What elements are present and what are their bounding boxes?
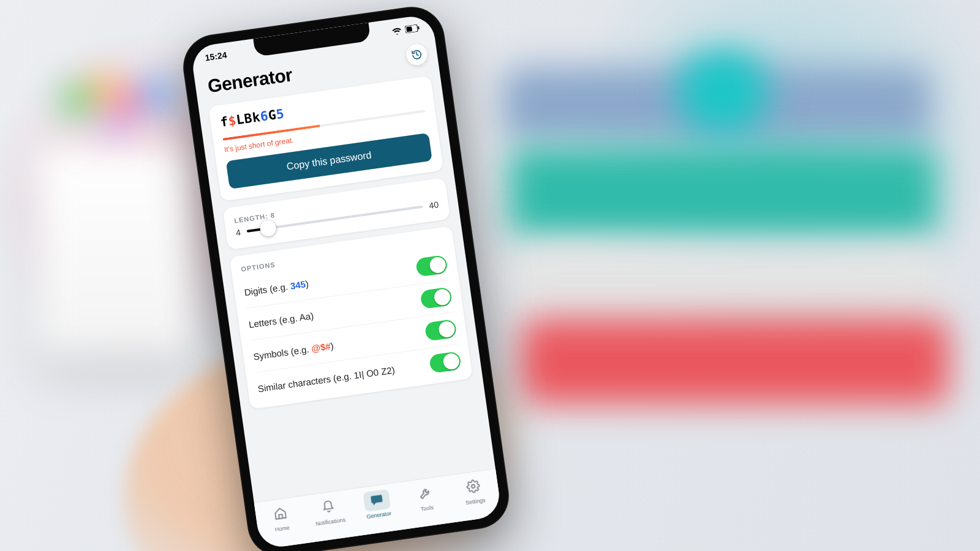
tab-label: Home xyxy=(274,525,290,533)
toggle-digits[interactable] xyxy=(415,255,448,277)
wrench-icon xyxy=(418,494,432,502)
status-time: 15:24 xyxy=(205,50,228,63)
chat-icon xyxy=(371,501,385,509)
length-max: 40 xyxy=(428,200,439,211)
tab-generator[interactable]: Generator xyxy=(356,488,399,520)
slider-thumb[interactable] xyxy=(259,219,277,237)
home-icon xyxy=(274,514,288,522)
toggle-symbols[interactable] xyxy=(424,319,458,342)
toggle-letters[interactable] xyxy=(420,287,453,309)
option-label: Symbols (e.g. @$#) xyxy=(252,340,334,361)
option-label: Digits (e.g. 345) xyxy=(244,278,309,298)
gear-icon xyxy=(467,487,481,495)
screen: 15:24 Generator f$LBk6G5 xyxy=(190,13,502,549)
length-min: 4 xyxy=(235,227,241,238)
toggle-similar[interactable] xyxy=(429,351,462,373)
option-label: Letters (e.g. Aa) xyxy=(248,310,314,330)
svg-rect-2 xyxy=(418,26,420,29)
option-label: Similar characters (e.g. 1I| O0 Z2) xyxy=(257,364,396,394)
tab-bar: HomeNotificationsGeneratorToolsSettings xyxy=(254,468,502,550)
wifi-icon xyxy=(391,26,402,35)
options-card: OPTIONS Digits (e.g. 345)Letters (e.g. A… xyxy=(230,226,473,409)
svg-point-3 xyxy=(472,484,475,488)
tab-label: Generator xyxy=(366,510,392,520)
bell-icon xyxy=(322,508,336,515)
tab-home[interactable]: Home xyxy=(260,501,303,534)
tab-label: Settings xyxy=(465,497,486,506)
svg-rect-1 xyxy=(406,26,412,32)
battery-icon xyxy=(405,24,420,33)
tab-label: Tools xyxy=(420,504,434,512)
tab-notifications[interactable]: Notifications xyxy=(307,495,350,527)
tab-settings[interactable]: Settings xyxy=(453,474,496,507)
page-title: Generator xyxy=(206,64,293,97)
tab-tools[interactable]: Tools xyxy=(404,481,447,514)
phone-frame: 15:24 Generator f$LBk6G5 xyxy=(179,2,513,551)
